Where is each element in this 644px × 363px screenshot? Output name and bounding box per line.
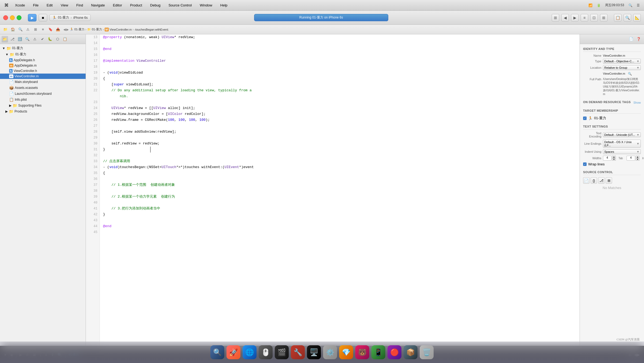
navigator-toggle[interactable]: ⊞ (552, 14, 559, 21)
indent-using-select[interactable]: Spaces ▼ (603, 149, 641, 154)
tab-input[interactable]: 4 (603, 156, 612, 161)
run-button[interactable]: ▶ (28, 14, 36, 21)
dock-tools[interactable]: 🔧 (291, 345, 305, 359)
od-show-link[interactable]: Show (633, 101, 641, 104)
dock-prefs[interactable]: ⚙️ (323, 345, 337, 359)
bc-method[interactable]: -touchesBegan:withEvent: (134, 28, 169, 31)
dock-mouse[interactable]: 🖱️ (259, 345, 273, 359)
location-select[interactable]: Relative to Group ▼ (603, 65, 641, 70)
utilities-toggle[interactable]: 📐 (633, 14, 641, 21)
breakpoints-icon[interactable]: ⬡ (54, 36, 61, 42)
reports-icon[interactable]: 📋 (62, 36, 68, 42)
dock-app[interactable]: 📱 (371, 345, 385, 359)
dock-finder[interactable]: 🔍 (210, 345, 224, 359)
inspector-file-icon[interactable]: 📄 (628, 36, 634, 42)
wrap-checkbox[interactable]: ✓ (583, 162, 587, 166)
bc-back[interactable]: ◀ (63, 28, 66, 31)
notification-icon[interactable]: ☰ (637, 3, 640, 7)
sc-curly-icon[interactable]: {} (591, 177, 597, 184)
sc-file-icon[interactable]: 📄 (583, 177, 590, 184)
sidebar-item-assets[interactable]: 📦 Assets.xcassets (0, 85, 86, 91)
sidebar-item-infoplist[interactable]: 📋 Info.plist (0, 97, 86, 103)
sidebar-item-appdelegate-h[interactable]: h AppDelegate.h (0, 57, 86, 63)
sidebar-item-main-storyboard[interactable]: 📄 Main.storyboard (0, 79, 86, 85)
dock-bear[interactable]: 🐻 (355, 345, 369, 359)
menu-xcode[interactable]: Xcode (13, 3, 27, 8)
sidebar-item-appdelegate-m[interactable]: m AppDelegate.m (0, 63, 86, 68)
sidebar-item-viewcontroller-m[interactable]: m ViewController.m (0, 74, 86, 79)
dock-sketch[interactable]: 💎 (339, 345, 353, 359)
sc-merge-icon[interactable]: ⊞ (606, 177, 612, 184)
warnings-icon[interactable]: ⚠ (32, 36, 38, 42)
menu-editor[interactable]: Editor (111, 3, 124, 8)
dock-terminal[interactable]: 🖥️ (307, 345, 321, 359)
dock-safari[interactable]: 🌐 (243, 345, 257, 359)
symbols-icon[interactable]: 🔣 (17, 36, 23, 42)
breadcrumb-grid-icon[interactable]: ⊞ (32, 26, 39, 33)
indent-input[interactable]: 4 (627, 156, 635, 161)
menu-help[interactable]: Help (219, 3, 229, 8)
line-endings-select[interactable]: Default - OS X / Unix (LF... ▼ (603, 140, 641, 148)
forward-button[interactable]: ▶ (571, 14, 579, 21)
breadcrumb-warning-icon[interactable]: ⚠ (25, 26, 31, 33)
bc-project[interactable]: 01-重力 (74, 27, 85, 31)
scheme-selector[interactable]: 🏃 01-重力 › iPhone 6s (49, 14, 91, 21)
sidebar-item-launchscreen[interactable]: 📄 LaunchScreen.storyboard (0, 91, 86, 97)
target-checkbox[interactable]: ✓ (583, 117, 587, 120)
minimize-button[interactable] (10, 15, 15, 20)
sidebar-item-supporting[interactable]: ▶ 📁 Supporting Files (0, 103, 86, 108)
sc-branch-icon[interactable]: ⎇ (598, 177, 605, 184)
debug-icon[interactable]: 🐛 (47, 36, 53, 42)
find-icon[interactable]: 🔍 (24, 36, 31, 42)
maximize-button[interactable] (17, 15, 21, 20)
breadcrumb-search-icon[interactable]: 🔍 (17, 26, 24, 33)
sidebar-root[interactable]: ▼ 📁 01-重力 (0, 45, 86, 51)
dock-launchpad[interactable]: 🚀 (226, 345, 240, 359)
assistant-editor[interactable]: ⊡ (590, 14, 598, 21)
apple-menu[interactable]: ⌘ (4, 3, 9, 8)
breadcrumb-home-icon[interactable]: 🏠 (10, 26, 16, 33)
indent-decrement[interactable]: ▼ (636, 158, 639, 161)
menu-view[interactable]: View (59, 3, 70, 8)
code-view[interactable]: 13 14 15 16 17 18 19 20 21 22 23 24 25 2… (86, 34, 580, 346)
tests-icon[interactable]: ✔ (39, 36, 46, 42)
find-icon-small[interactable]: 🔍 (628, 72, 632, 76)
inspector-toggle[interactable]: 📋 (614, 14, 621, 21)
code-editor[interactable]: 13 14 15 16 17 18 19 20 21 22 23 24 25 2… (86, 34, 580, 346)
menu-navigate[interactable]: Navigate (89, 3, 106, 8)
files-icon[interactable]: 📁 (2, 36, 8, 42)
sidebar-item-products[interactable]: ▶ 📁 Products (0, 108, 86, 114)
bc-filename[interactable]: ViewController.m (109, 28, 132, 31)
breadcrumb-bookmark-icon[interactable]: 🔖 (47, 26, 54, 33)
encoding-select[interactable]: Default - Unicode (UT... ▼ (603, 132, 641, 137)
menu-source-control[interactable]: Source Control (167, 3, 193, 8)
tab-decrement[interactable]: ▼ (612, 158, 616, 161)
menu-debug[interactable]: Debug (149, 3, 162, 8)
dock-trash[interactable]: 🗑️ (420, 345, 434, 359)
sidebar-item-group1[interactable]: ▼ 📁 01-重力 (0, 51, 86, 57)
back-button[interactable]: ◀ (561, 14, 569, 21)
close-button[interactable] (3, 15, 8, 20)
inspector-quick-help-icon[interactable]: ❓ (635, 36, 642, 42)
spotlight-icon[interactable]: 🔍 (628, 3, 632, 7)
menu-find[interactable]: Find (75, 3, 85, 8)
menu-product[interactable]: Product (129, 3, 144, 8)
sidebar-item-viewcontroller-h[interactable]: h ViewController.h (0, 68, 86, 74)
breadcrumb-share-icon[interactable]: 📤 (55, 26, 61, 33)
source-control-icon[interactable]: ⎇ (9, 36, 16, 42)
breadcrumb-list-icon[interactable]: ≡ (40, 26, 46, 33)
bc-forward[interactable]: ▶ (66, 28, 69, 31)
dock-quicktime[interactable]: 🎬 (275, 345, 289, 359)
menu-edit[interactable]: Edit (45, 3, 54, 8)
version-editor[interactable]: ⊞ (600, 14, 608, 21)
debug-toggle[interactable]: 🔍 (624, 14, 631, 21)
type-select[interactable]: Default - Objective-C... ▼ (603, 59, 641, 64)
breadcrumb-folder-icon[interactable]: 📁 (2, 26, 9, 33)
menu-file[interactable]: File (31, 3, 40, 8)
bc-group[interactable]: 📁 (87, 28, 91, 31)
bc-group-label[interactable]: 01-重力 (92, 27, 102, 31)
dock-app2[interactable]: 🔴 (387, 345, 401, 359)
standard-editor[interactable]: ≡ (581, 14, 588, 21)
menu-window[interactable]: Window (198, 3, 214, 8)
code-lines[interactable]: @property (nonatomic, weak) UIView* redV… (100, 34, 580, 346)
